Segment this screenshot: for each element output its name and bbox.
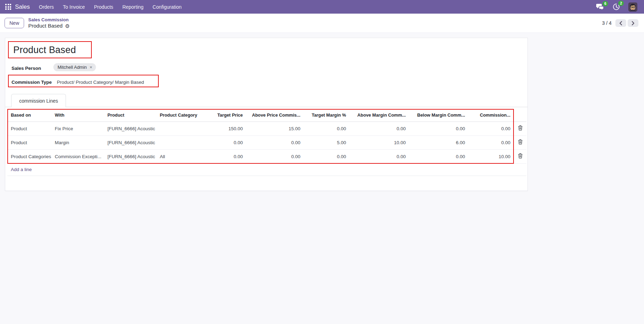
column-header-above-price-commission[interactable]: Above Price Commis... [246,109,304,122]
pager-previous-button[interactable] [615,19,626,27]
nav-item-to-invoice[interactable]: To Invoice [58,0,89,14]
nav-item-reporting[interactable]: Reporting [118,0,148,14]
cell-above-price-commission[interactable]: 0.00 [246,149,304,163]
cell-product[interactable]: [FURN_6666] Acoustic ... [104,135,156,149]
cell-with[interactable]: Margin [51,135,104,149]
chevron-left-icon [619,21,622,25]
column-header-product[interactable]: Product [104,109,156,122]
breadcrumb-current: Product Based [28,23,62,29]
commission-line-row: Product Categories Commission Excepti...… [7,149,526,163]
cell-above-margin-commission[interactable]: 0.00 [350,149,409,163]
top-navbar: Sales Orders To Invoice Products Reporti… [0,0,644,14]
sales-person-tag[interactable]: Mitchell Admin × [53,63,96,71]
pager-next-button[interactable] [628,19,638,27]
add-a-line-link[interactable]: Add a line [11,167,32,172]
cell-above-price-commission[interactable]: 15.00 [246,122,304,135]
main-content: Product Based Sales Person Mitchell Admi… [0,33,644,324]
cell-above-margin-commission[interactable]: 0.00 [350,122,409,135]
cell-above-margin-commission[interactable]: 10.00 [350,135,409,149]
trash-icon [518,125,523,131]
cell-product-category[interactable] [156,135,201,149]
add-line-row: Add a line [7,163,526,176]
app-brand[interactable]: Sales [15,3,30,10]
cell-below-margin-commission[interactable]: 0.00 [409,122,469,135]
gear-icon[interactable]: ⚙ [65,23,69,29]
activities-icon[interactable]: 2 [613,3,620,10]
cell-product[interactable]: [FURN_6666] Acoustic ... [104,149,156,163]
cell-based-on[interactable]: Product [7,122,51,135]
messages-icon[interactable]: 6 [596,3,604,10]
trash-icon [518,139,523,145]
column-header-above-margin-commission[interactable]: Above Margin Comm... [350,109,409,122]
commission-line-row: Product Fix Price [FURN_6666] Acoustic .… [7,122,526,135]
cell-commission[interactable]: 0.00 [469,135,514,149]
column-header-actions [514,109,526,122]
tag-remove-icon[interactable]: × [90,65,92,70]
column-header-target-price[interactable]: Target Price [201,109,246,122]
column-header-below-margin-commission[interactable]: Below Margin Comm... [409,109,469,122]
breadcrumb-parent-link[interactable]: Sales Commission [28,17,70,23]
cell-product[interactable]: [FURN_6666] Acoustic ... [104,122,156,135]
messages-badge: 6 [602,1,608,6]
commission-lines-table: Based on With Product Product Category T… [7,109,526,164]
commission-line-row: Product Margin [FURN_6666] Acoustic ... … [7,135,526,149]
delete-row-button[interactable] [514,135,526,149]
cell-target-margin[interactable]: 0.00 [304,122,350,135]
activities-badge: 2 [618,1,624,6]
commission-type-value[interactable]: Product/ Product Category/ Margin Based [57,80,144,85]
cell-product-category[interactable]: All [156,149,201,163]
cell-target-price[interactable]: 0.00 [201,135,246,149]
sales-person-label: Sales Person [12,66,41,71]
cell-with[interactable]: Commission Excepti... [51,149,104,163]
cell-commission[interactable]: 10.00 [469,149,514,163]
cell-target-price[interactable]: 150.00 [201,122,246,135]
cell-commission[interactable]: 0.00 [469,122,514,135]
nav-item-orders[interactable]: Orders [35,0,59,14]
cell-target-margin[interactable]: 5.00 [304,135,350,149]
apps-grid-icon[interactable] [5,4,11,10]
tabs-divider [5,107,527,107]
column-header-based-on[interactable]: Based on [7,109,51,122]
pager: 3 / 4 [602,19,638,27]
delete-row-button[interactable] [514,149,526,163]
cell-below-margin-commission[interactable]: 0.00 [409,149,469,163]
cell-product-category[interactable] [156,122,201,135]
cell-with[interactable]: Fix Price [51,122,104,135]
chevron-right-icon [631,21,635,25]
column-header-with[interactable]: With [51,109,104,122]
user-avatar[interactable] [628,2,637,12]
new-button[interactable]: New [5,18,24,28]
nav-item-configuration[interactable]: Configuration [148,0,186,14]
nav-item-products[interactable]: Products [89,0,118,14]
column-header-commission[interactable]: Commission... [469,109,514,122]
pager-value[interactable]: 3 / 4 [602,20,612,26]
trash-icon [518,153,523,159]
control-panel: New Sales Commission Product Based ⚙ 3 /… [0,14,644,33]
cell-above-price-commission[interactable]: 0.00 [246,135,304,149]
breadcrumb: Sales Commission Product Based ⚙ [28,17,70,29]
cell-target-price[interactable]: 0.00 [201,149,246,163]
cell-based-on[interactable]: Product Categories [7,149,51,163]
cell-target-margin[interactable]: 0.00 [304,149,350,163]
tab-commission-lines[interactable]: commission Lines [11,94,66,107]
record-title-input[interactable]: Product Based [13,44,76,56]
cell-below-margin-commission[interactable]: 6.00 [409,135,469,149]
table-header-row: Based on With Product Product Category T… [7,109,526,122]
sales-person-tag-label: Mitchell Admin [58,65,87,70]
column-header-product-category[interactable]: Product Category [156,109,201,122]
column-header-target-margin[interactable]: Target Margin % [304,109,350,122]
form-sheet: Product Based Sales Person Mitchell Admi… [5,38,528,191]
delete-row-button[interactable] [514,122,526,135]
commission-type-label: Commission Type [12,80,52,85]
cell-based-on[interactable]: Product [7,135,51,149]
